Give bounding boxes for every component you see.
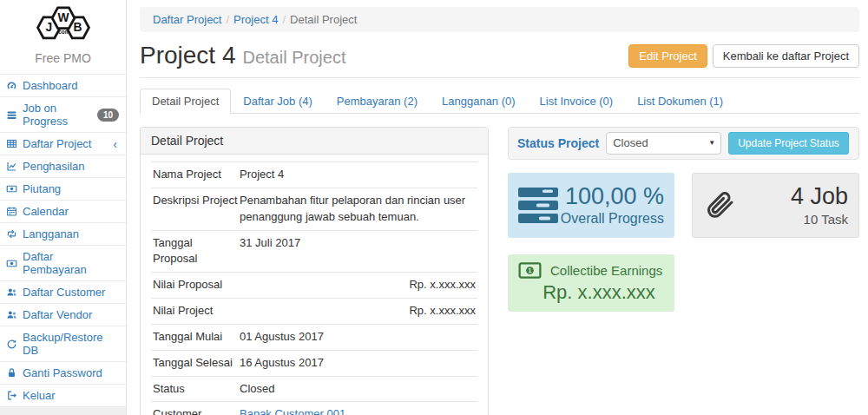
- sidebar-item-label: Daftar Pembayaran: [23, 250, 119, 276]
- tab-daftar-job[interactable]: Daftar Job (4): [231, 89, 324, 114]
- users-icon: [5, 309, 17, 321]
- table-row: Status Closed: [151, 376, 477, 402]
- row-label: Status: [153, 381, 240, 398]
- retweet-icon: [5, 228, 17, 240]
- tab-bar: Detail Project Daftar Job (4) Pembayaran…: [140, 89, 859, 114]
- job-count-value: 4 Job: [736, 184, 848, 210]
- customer-link[interactable]: Bapak Customer 001: [240, 407, 345, 415]
- sidebar-item-label: Backup/Restore DB: [23, 331, 119, 357]
- row-label: Nilai Proposal: [153, 277, 240, 293]
- row-value: Project 4: [240, 167, 476, 183]
- row-value: Rp. x.xxx.xxx: [240, 277, 476, 293]
- status-project-panel: Status Project Closed ▼ Update Project S…: [508, 127, 859, 160]
- breadcrumb-current: Detail Project: [290, 13, 357, 26]
- sidebar-item-keluar[interactable]: Keluar: [0, 385, 126, 406]
- status-select-value: Closed: [613, 136, 648, 149]
- calendar-icon: [5, 206, 17, 218]
- dashboard-icon: [5, 80, 17, 92]
- collectible-earnings-value: Rp. x.xxx.xxx: [518, 281, 664, 304]
- row-value: Penambahan fitur pelaporan dan rincian u…: [240, 193, 476, 226]
- sidebar-item-label: Daftar Vendor: [23, 308, 92, 321]
- page-header: Project 4Detail Project Edit Project Kem…: [140, 42, 859, 78]
- table-row: Customer Bapak Customer 001: [151, 401, 477, 415]
- row-label: Deskripsi Project: [153, 193, 240, 226]
- paperclip-icon: [703, 187, 736, 225]
- sidebar: J W B .com Free PMO Dashboard Job on Pro…: [0, 0, 126, 407]
- row-label: Customer: [153, 406, 240, 415]
- sidebar-item-label: Calendar: [23, 205, 69, 218]
- sidebar-item-label: Dashboard: [23, 79, 78, 92]
- sidebar-item-label: Piutang: [23, 182, 61, 195]
- breadcrumb: Daftar Project/Project 4/Detail Project: [140, 7, 859, 32]
- row-label: Nama Project: [153, 167, 240, 183]
- table-row: Tanggal Proposal 31 Juli 2017: [151, 230, 477, 273]
- status-select[interactable]: Closed ▼: [606, 132, 721, 155]
- tab-langganan[interactable]: Langganan (0): [430, 89, 528, 114]
- sidebar-item-calendar[interactable]: Calendar: [0, 201, 126, 222]
- sidebar-item-daftar-project[interactable]: Daftar Project ‹: [0, 133, 126, 155]
- back-to-project-list-button[interactable]: Kembali ke daftar Project: [713, 44, 859, 68]
- collectible-earnings-label: Collectibe Earnings: [550, 263, 662, 278]
- logo-com-text: .com: [56, 29, 69, 35]
- sidebar-item-ganti-password[interactable]: Ganti Password: [0, 362, 126, 384]
- sidebar-item-piutang[interactable]: Piutang: [0, 178, 126, 200]
- detail-project-panel: Detail Project Nama Project Project 4 De…: [140, 127, 489, 415]
- page-subtitle: Detail Project: [243, 48, 346, 67]
- edit-project-button[interactable]: Edit Project: [628, 44, 707, 68]
- table-row: Nilai Project Rp. x.xxx.xxx: [151, 298, 477, 324]
- row-label: Tanggal Proposal: [153, 235, 240, 268]
- users-icon: [5, 287, 17, 299]
- tab-list-dokumen[interactable]: List Dokumen (1): [625, 89, 735, 114]
- overall-progress-value: 100,00 %: [558, 184, 664, 210]
- sidebar-item-penghasilan[interactable]: Penghasilan: [0, 155, 126, 177]
- update-project-status-button[interactable]: Update Project Status: [728, 132, 849, 155]
- overall-progress-box: 100,00 % Overall Progress: [508, 173, 674, 238]
- sidebar-item-label: Ganti Password: [23, 366, 102, 379]
- collectible-earnings-box: 1 Collectibe Earnings Rp. x.xxx.xxx: [508, 254, 674, 312]
- row-value: Rp. x.xxx.xxx: [240, 303, 476, 319]
- main-content: Daftar Project/Project 4/Detail Project …: [126, 0, 868, 415]
- money-icon: [5, 183, 17, 195]
- sidebar-item-label: Penghasilan: [23, 160, 85, 173]
- sidebar-item-label: Daftar Project: [23, 137, 91, 150]
- line-chart-icon: [5, 161, 17, 173]
- sidebar-item-label: Langganan: [23, 227, 79, 240]
- breadcrumb-link-daftar-project[interactable]: Daftar Project: [153, 13, 221, 26]
- breadcrumb-link-project-4[interactable]: Project 4: [233, 13, 278, 26]
- project-title: Project 4: [140, 42, 236, 69]
- brand-name: Free PMO: [0, 49, 126, 74]
- status-project-label: Status Project: [517, 136, 599, 150]
- lock-icon: [5, 367, 17, 379]
- panel-title: Detail Project: [141, 128, 488, 155]
- overall-progress-label: Overall Progress: [558, 211, 664, 227]
- sidebar-item-label: Keluar: [23, 389, 56, 402]
- row-label: Nilai Project: [153, 303, 240, 319]
- logo-letter-j: J: [45, 21, 52, 34]
- table-row: Nilai Proposal Rp. x.xxx.xxx: [151, 272, 477, 298]
- sidebar-item-backup-restore-db[interactable]: Backup/Restore DB: [0, 326, 126, 361]
- job-count-badge: 10: [97, 109, 119, 122]
- sidebar-item-langganan[interactable]: Langganan: [0, 223, 126, 245]
- tab-detail-project[interactable]: Detail Project: [140, 89, 231, 114]
- tab-pembayaran[interactable]: Pembayaran (2): [325, 89, 430, 114]
- row-label: Tanggal Selesai: [153, 355, 240, 372]
- sidebar-item-daftar-pembayaran[interactable]: Daftar Pembayaran: [0, 246, 126, 280]
- logo-letter-w: W: [57, 11, 69, 24]
- money-icon: [5, 257, 17, 269]
- sidebar-item-daftar-customer[interactable]: Daftar Customer: [0, 281, 126, 303]
- chevron-left-icon: ‹: [113, 140, 119, 148]
- logo: J W B .com: [0, 3, 126, 49]
- row-value: Closed: [240, 381, 476, 398]
- row-value: 01 Agustus 2017: [240, 329, 476, 346]
- sign-out-icon: [5, 390, 17, 402]
- jwb-logo-icon: J W B .com: [23, 5, 103, 46]
- breadcrumb-separator: /: [278, 13, 290, 26]
- banknote-icon: 1: [518, 262, 542, 279]
- row-value: 31 Juli 2017: [240, 235, 476, 268]
- sidebar-item-daftar-vendor[interactable]: Daftar Vendor: [0, 304, 126, 326]
- table-row: Nama Project Project 4: [151, 161, 477, 188]
- sidebar-item-dashboard[interactable]: Dashboard: [0, 75, 126, 96]
- tab-list-invoice[interactable]: List Invoice (0): [528, 89, 626, 114]
- sidebar-item-job-on-progress[interactable]: Job on Progress 10: [0, 97, 126, 132]
- tasks-icon: [518, 188, 558, 223]
